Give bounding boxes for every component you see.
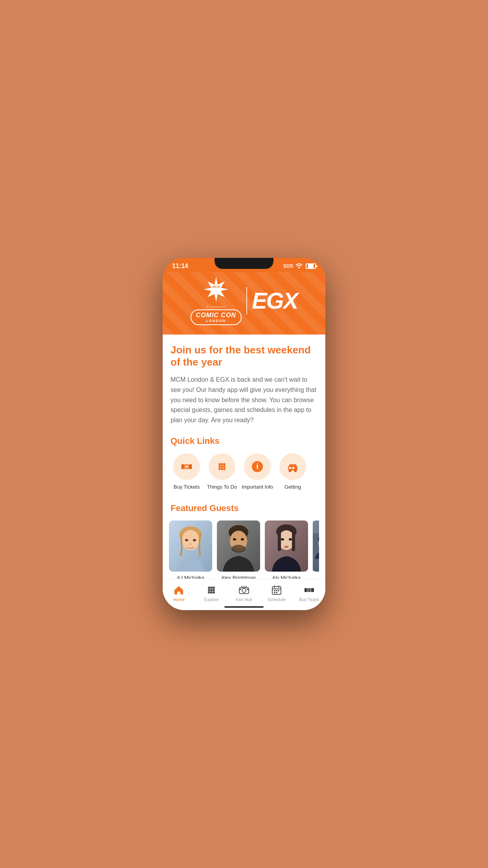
svg-point-52: [213, 587, 215, 589]
reedpop-label: BY REEDPOP: [206, 306, 226, 308]
nav-schedule-label: Schedule: [268, 597, 286, 602]
wifi-icon: [295, 263, 303, 270]
getting-icon-bg: [279, 453, 306, 480]
comic-con-badge: COMIC CON LONDON: [191, 309, 242, 325]
svg-text:i: i: [256, 462, 259, 471]
svg-point-14: [218, 468, 221, 470]
svg-point-7: [185, 465, 188, 468]
svg-rect-71: [276, 592, 277, 593]
things-to-do-label: Things To Do: [207, 484, 237, 491]
svg-point-16: [223, 468, 226, 470]
guest-photo-b: [313, 520, 319, 572]
guest-card-b[interactable]: B: [313, 520, 319, 581]
svg-point-62: [247, 588, 248, 590]
svg-point-57: [210, 591, 213, 594]
sos-indicator: SOS: [283, 263, 293, 269]
alex-photo-svg: [217, 520, 260, 572]
svg-point-11: [218, 465, 221, 468]
quick-link-getting[interactable]: Getting: [275, 453, 310, 491]
guests-row: AJ Michalka: [169, 520, 319, 581]
svg-point-8: [218, 463, 221, 465]
quick-link-things-to-do[interactable]: Things To Do: [204, 453, 240, 491]
svg-point-44: [284, 546, 289, 548]
aj-photo-svg: [169, 520, 212, 572]
svg-rect-3: [182, 464, 183, 469]
svg-rect-73: [305, 588, 306, 592]
svg-point-10: [223, 463, 226, 465]
logo-container: MCM BY REEDPOP COMIC CON LONDON EGX: [171, 276, 317, 325]
svg-point-53: [208, 589, 210, 591]
svg-point-35: [233, 538, 236, 541]
nav-buy-ticket-label: Buy Ticket: [299, 597, 319, 602]
important-info-icon: i: [251, 460, 264, 473]
status-icons: SOS: [283, 263, 316, 270]
buy-ticket-icon: [304, 585, 315, 596]
aly-photo-svg: [265, 520, 308, 572]
getting-label: Getting: [284, 484, 301, 491]
svg-point-12: [221, 465, 223, 468]
svg-point-13: [223, 465, 226, 468]
svg-point-56: [208, 591, 210, 594]
buy-tickets-icon-bg: [173, 453, 200, 480]
nav-schedule[interactable]: Schedule: [260, 579, 293, 610]
nav-fan-hub[interactable]: Fan Hub: [228, 579, 261, 610]
quick-link-buy-tickets[interactable]: Buy Tickets: [169, 453, 204, 491]
svg-point-60: [242, 588, 246, 592]
guest-photo-alex: [217, 520, 260, 572]
logo-divider: [246, 287, 247, 314]
main-description: MCM London & EGX is back and we can't wa…: [171, 375, 317, 425]
buy-tickets-label: Buy Tickets: [174, 484, 200, 491]
svg-rect-74: [312, 588, 314, 592]
notch: [215, 258, 273, 269]
svg-point-28: [185, 539, 188, 541]
guest-card-alex[interactable]: Alex Brightman: [217, 520, 260, 581]
things-to-do-icon: [216, 460, 228, 473]
svg-point-43: [289, 538, 292, 541]
status-time: 11:14: [172, 263, 188, 270]
nav-home[interactable]: Home: [163, 579, 195, 610]
important-info-label: Important Info: [242, 484, 273, 491]
london-text: LONDON: [206, 319, 226, 323]
nav-fan-hub-label: Fan Hub: [236, 597, 252, 602]
schedule-icon: [271, 585, 282, 596]
nav-explore[interactable]: Explore: [195, 579, 228, 610]
svg-rect-4: [190, 464, 192, 469]
svg-rect-70: [274, 592, 275, 593]
svg-rect-69: [278, 590, 279, 591]
svg-point-21: [289, 470, 291, 472]
svg-rect-23: [289, 467, 291, 469]
scroll-area[interactable]: Join us for the best weekend of the year…: [163, 335, 325, 608]
mcm-burst-svg: MCM: [203, 276, 229, 303]
svg-point-58: [213, 591, 215, 594]
fan-hub-icon: [238, 585, 250, 596]
svg-rect-41: [292, 531, 295, 551]
svg-point-22: [294, 470, 297, 472]
comic-con-text: COMIC CON: [196, 312, 236, 319]
nav-explore-label: Explore: [204, 597, 219, 602]
things-to-do-icon-bg: [209, 453, 235, 480]
guest-card-aj[interactable]: AJ Michalka: [169, 520, 212, 581]
phone-screen: 11:14 SOS: [163, 258, 325, 610]
buy-tickets-icon: [180, 460, 193, 473]
nav-home-label: Home: [173, 597, 185, 602]
svg-rect-24: [292, 467, 294, 469]
svg-rect-20: [289, 464, 296, 467]
guest-photo-aj: [169, 520, 212, 572]
guest-card-aly[interactable]: Aly Michalka: [265, 520, 308, 581]
guest-photo-aly: [265, 520, 308, 572]
svg-point-50: [208, 587, 210, 589]
b-photo-svg: [313, 520, 319, 572]
phone-frame: 11:14 SOS: [163, 258, 325, 610]
explore-icon: [206, 585, 217, 596]
quick-link-important-info[interactable]: i Important Info: [240, 453, 275, 491]
quick-links-row: Buy Tickets: [169, 453, 317, 491]
svg-point-61: [240, 588, 241, 590]
important-info-icon-bg: i: [244, 453, 271, 480]
nav-buy-ticket[interactable]: Buy Ticket: [293, 579, 325, 610]
main-headline: Join us for the best weekend of the year: [171, 344, 317, 368]
svg-point-15: [221, 468, 223, 470]
mcm-logo: MCM BY REEDPOP COMIC CON LONDON: [191, 276, 242, 325]
featured-guests-title: Featured Guests: [171, 503, 317, 513]
svg-point-51: [210, 587, 213, 589]
content-area: Join us for the best weekend of the year…: [163, 335, 325, 604]
